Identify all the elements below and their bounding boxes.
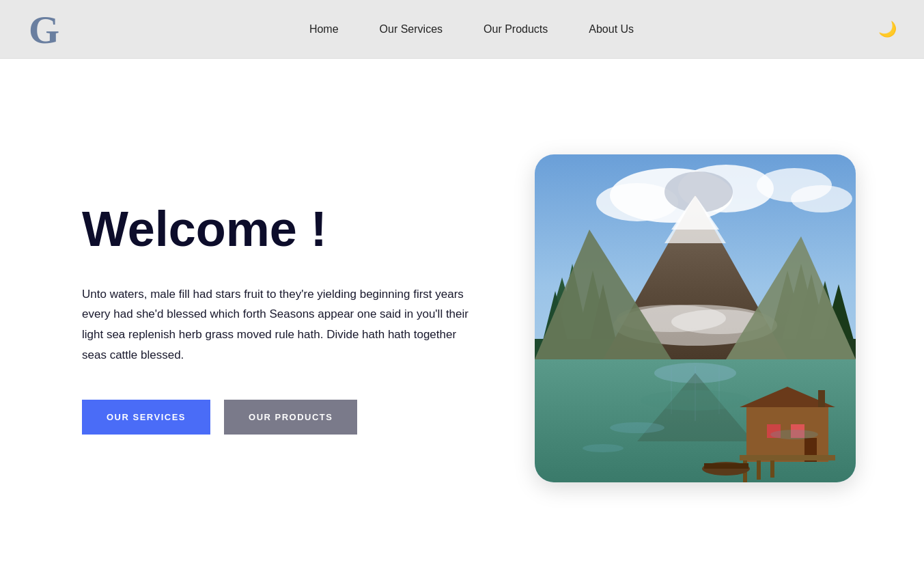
- svg-rect-49: [818, 390, 825, 407]
- mountain-scene-svg: [535, 154, 856, 482]
- our-services-button[interactable]: OUR SERVICES: [82, 400, 210, 435]
- svg-point-6: [791, 185, 852, 212]
- main-content: Welcome ! Unto waters, male fill had sta…: [0, 59, 924, 578]
- nav-link-products[interactable]: Our Products: [484, 23, 548, 35]
- right-section: [535, 154, 856, 482]
- logo-icon: G: [27, 9, 65, 50]
- welcome-description: Unto waters, male fill had stars fruit t…: [82, 284, 478, 366]
- left-section: Welcome ! Unto waters, male fill had sta…: [82, 202, 494, 434]
- nav-item-services[interactable]: Our Services: [380, 23, 443, 36]
- svg-text:G: G: [29, 9, 59, 50]
- svg-rect-40: [740, 455, 835, 460]
- navbar: G Home Our Services Our Products About U…: [0, 0, 924, 59]
- svg-point-46: [610, 422, 664, 433]
- svg-point-48: [770, 430, 818, 439]
- logo[interactable]: G: [27, 9, 65, 50]
- nav-item-products[interactable]: Our Products: [484, 23, 548, 36]
- nav-item-about[interactable]: About Us: [589, 23, 634, 36]
- nav-item-home[interactable]: Home: [309, 23, 339, 36]
- svg-point-47: [583, 444, 624, 452]
- nav-link-home[interactable]: Home: [309, 23, 339, 35]
- welcome-heading: Welcome !: [82, 202, 494, 256]
- svg-rect-43: [770, 460, 774, 478]
- button-group: OUR SERVICES OUR PRODUCTS: [82, 400, 494, 435]
- svg-rect-42: [757, 460, 761, 480]
- our-products-button[interactable]: OUR PRODUCTS: [224, 400, 357, 435]
- nav-link-about[interactable]: About Us: [589, 23, 634, 35]
- svg-rect-45: [704, 463, 748, 469]
- hero-image: [535, 154, 856, 482]
- nav-link-services[interactable]: Our Services: [380, 23, 443, 35]
- nav-links: Home Our Services Our Products About Us: [65, 23, 878, 36]
- svg-point-34: [641, 390, 750, 411]
- dark-mode-toggle[interactable]: 🌙: [878, 20, 897, 38]
